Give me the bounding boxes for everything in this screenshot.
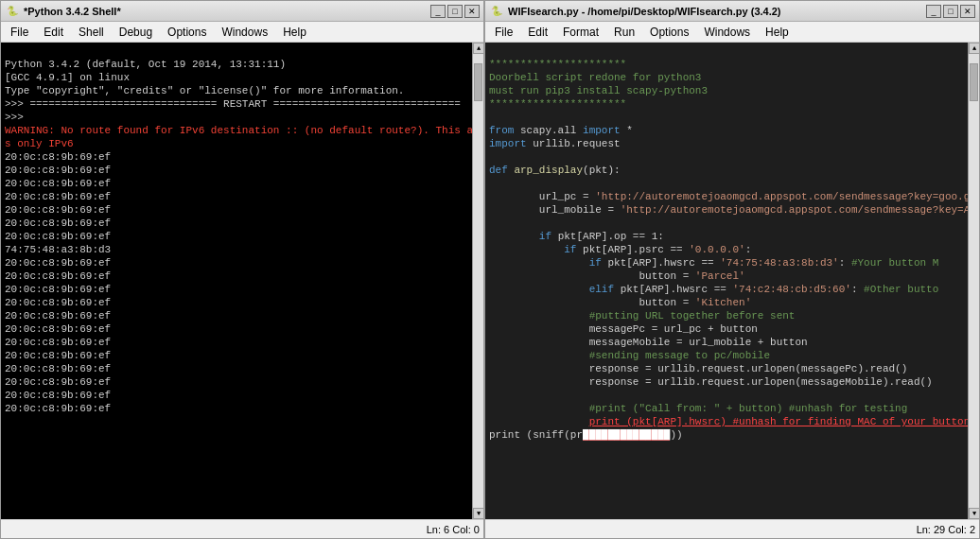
shell-scroll-up[interactable]: ▲ [473, 43, 483, 54]
editor-scroll-up[interactable]: ▲ [969, 43, 979, 54]
shell-menu-help[interactable]: Help [275, 24, 314, 41]
editor-menu-format[interactable]: Format [555, 24, 606, 41]
editor-scroll-track[interactable] [969, 54, 979, 508]
shell-status-bar: Ln: 6 Col: 0 [1, 519, 483, 538]
editor-cursor-position: Ln: 29 Col: 2 [917, 524, 975, 535]
editor-minimize-button[interactable]: _ [926, 5, 941, 18]
editor-title-bar: 🐍 WIFIsearch.py - /home/pi/Desktop/WIFIs… [485, 1, 979, 22]
shell-content-area: Python 3.4.2 (default, Oct 19 2014, 13:3… [1, 43, 483, 519]
python-shell-window: 🐍 *Python 3.4.2 Shell* _ □ ✕ File Edit S… [0, 0, 484, 539]
editor-window-icon: 🐍 [489, 4, 504, 19]
shell-menu-debug[interactable]: Debug [112, 24, 160, 41]
shell-menu-options[interactable]: Options [160, 24, 214, 41]
shell-close-button[interactable]: ✕ [464, 5, 480, 18]
shell-maximize-button[interactable]: □ [447, 5, 463, 18]
editor-status-bar: Ln: 29 Col: 2 [485, 519, 979, 538]
editor-scrollbar[interactable]: ▲ ▼ [968, 43, 979, 519]
editor-menu-bar: File Edit Format Run Options Windows Hel… [485, 22, 979, 43]
editor-scroll-down[interactable]: ▼ [969, 508, 979, 519]
editor-menu-edit[interactable]: Edit [520, 24, 555, 41]
shell-scrollbar[interactable]: ▲ ▼ [472, 43, 483, 519]
editor-menu-options[interactable]: Options [642, 24, 696, 41]
editor-menu-run[interactable]: Run [606, 24, 642, 41]
shell-menu-edit[interactable]: Edit [36, 24, 71, 41]
shell-menu-shell[interactable]: Shell [71, 24, 112, 41]
editor-window-controls: _ □ ✕ [926, 5, 975, 18]
editor-menu-windows[interactable]: Windows [696, 24, 758, 41]
editor-content-area: ********************** Doorbell script r… [485, 43, 979, 519]
shell-title-bar: 🐍 *Python 3.4.2 Shell* _ □ ✕ [1, 1, 483, 22]
shell-minimize-button[interactable]: _ [430, 5, 446, 18]
editor-maximize-button[interactable]: □ [943, 5, 958, 18]
shell-menu-file[interactable]: File [3, 24, 36, 41]
editor-window-title: WIFIsearch.py - /home/pi/Desktop/WIFIsea… [508, 6, 926, 17]
editor-menu-file[interactable]: File [487, 24, 520, 41]
shell-menu-windows[interactable]: Windows [214, 24, 275, 41]
shell-scroll-down[interactable]: ▼ [473, 508, 483, 519]
shell-scroll-thumb[interactable] [474, 63, 482, 101]
editor-menu-help[interactable]: Help [758, 24, 796, 41]
editor-window: 🐍 WIFIsearch.py - /home/pi/Desktop/WIFIs… [484, 0, 980, 539]
editor-code[interactable]: ********************** Doorbell script r… [485, 43, 968, 519]
editor-close-button[interactable]: ✕ [960, 5, 975, 18]
shell-menu-bar: File Edit Shell Debug Options Windows He… [1, 22, 483, 43]
shell-output[interactable]: Python 3.4.2 (default, Oct 19 2014, 13:3… [1, 43, 472, 519]
shell-cursor-position: Ln: 6 Col: 0 [427, 524, 480, 535]
shell-scroll-track[interactable] [473, 54, 483, 508]
shell-window-icon: 🐍 [5, 4, 20, 19]
shell-window-title: *Python 3.4.2 Shell* [24, 6, 430, 17]
shell-window-controls: _ □ ✕ [430, 5, 480, 18]
editor-scroll-thumb[interactable] [970, 63, 978, 101]
